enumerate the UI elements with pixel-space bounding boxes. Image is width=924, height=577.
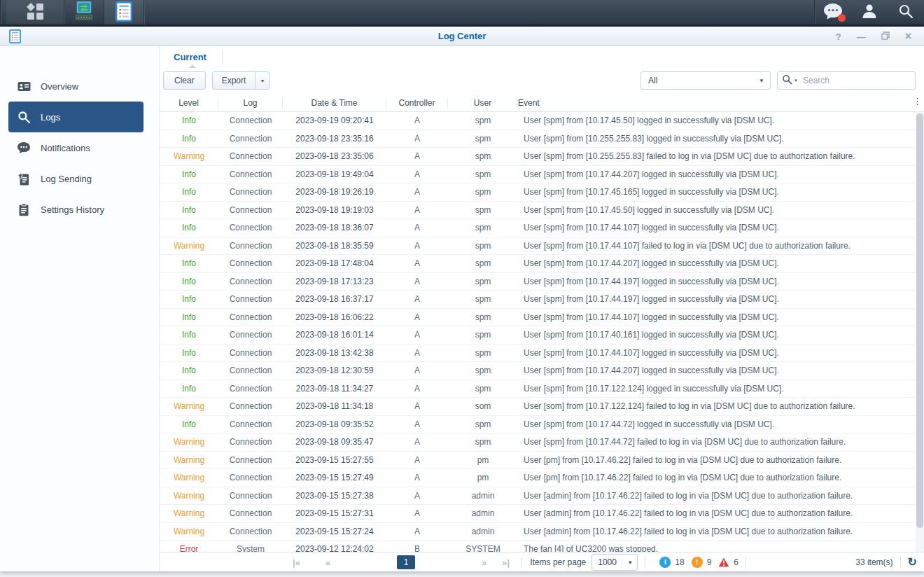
table-row[interactable]: WarningConnection2023-09-15 15:27:38Aadm… xyxy=(160,487,924,506)
controller-cell: A xyxy=(386,312,448,322)
event-cell: User [spm] from [10.255.255.83] failed t… xyxy=(518,151,916,161)
table-row[interactable]: InfoConnection2023-09-19 09:20:41AspmUse… xyxy=(160,112,924,130)
log-cell: Connection xyxy=(218,277,283,286)
table-row[interactable]: InfoConnection2023-09-18 12:30:59AspmUse… xyxy=(160,362,924,380)
table-row[interactable]: InfoConnection2023-09-18 16:37:17AspmUse… xyxy=(160,291,924,309)
scrollbar-thumb[interactable] xyxy=(916,113,923,528)
table-row[interactable]: InfoConnection2023-09-18 11:34:27AspmUse… xyxy=(160,380,924,398)
table-row[interactable]: InfoConnection2023-09-18 17:13:23AspmUse… xyxy=(160,273,924,291)
log-center-mini-icon[interactable] xyxy=(9,29,21,46)
column-options-icon[interactable]: ⋮ xyxy=(913,97,922,106)
sidebar-item-notifications[interactable]: Notifications xyxy=(0,132,159,163)
controller-cell: A xyxy=(386,241,448,251)
table-row[interactable]: WarningConnection2023-09-15 15:27:49ApmU… xyxy=(160,469,924,487)
pagination-bar: |« « 1 » »| Items per page 1000 ▼ i xyxy=(160,552,924,571)
log-cell: Connection xyxy=(218,527,283,536)
sidebar-item-overview[interactable]: Overview xyxy=(0,71,159,102)
level-cell: Warning xyxy=(160,455,218,465)
column-header-controller[interactable]: Controller xyxy=(386,97,448,109)
table-row[interactable]: WarningConnection2023-09-18 09:35:47Aspm… xyxy=(160,433,924,452)
datetime-cell: 2023-09-18 18:35:59 xyxy=(283,241,386,251)
prev-page-button[interactable]: « xyxy=(326,557,330,568)
active-tab-notch xyxy=(189,64,196,68)
table-row[interactable]: InfoConnection2023-09-18 19:49:04AspmUse… xyxy=(160,166,924,184)
main-menu-button[interactable] xyxy=(6,0,64,25)
table-row[interactable]: InfoConnection2023-09-18 19:26:19AspmUse… xyxy=(160,183,924,202)
next-page-button[interactable]: » xyxy=(482,557,486,568)
close-button[interactable]: × xyxy=(905,31,911,42)
controller-cell: A xyxy=(386,294,448,304)
table-row[interactable]: InfoConnection2023-09-18 16:01:14AspmUse… xyxy=(160,326,924,345)
datetime-cell: 2023-09-18 17:13:23 xyxy=(283,277,386,286)
chevron-down-icon: ▼ xyxy=(622,559,633,566)
user-cell: spm xyxy=(448,169,518,179)
clear-button[interactable]: Clear xyxy=(163,71,206,90)
export-button-label: Export xyxy=(213,72,255,89)
level-cell: Info xyxy=(160,205,218,215)
column-header-level[interactable]: Level xyxy=(160,97,218,109)
last-page-button[interactable]: »| xyxy=(502,557,510,568)
table-row[interactable]: InfoConnection2023-09-18 23:35:16AspmUse… xyxy=(160,130,924,148)
taskbar-app-uc-device-button[interactable] xyxy=(64,0,104,25)
table-row[interactable]: InfoConnection2023-09-18 13:42:38AspmUse… xyxy=(160,345,924,363)
table-row[interactable]: WarningConnection2023-09-18 11:34:18Asom… xyxy=(160,398,924,416)
level-cell: Info xyxy=(160,223,218,232)
refresh-button[interactable]: ↻ xyxy=(908,557,917,568)
taskbar-app-log-center-button[interactable] xyxy=(104,0,144,25)
sidebar-item-log-sending[interactable]: Log Sending xyxy=(0,163,159,194)
table-row[interactable]: InfoConnection2023-09-18 19:19:03AspmUse… xyxy=(160,202,924,220)
vertical-scrollbar[interactable] xyxy=(916,112,924,552)
level-cell: Info xyxy=(160,366,218,375)
sidebar-item-logs[interactable]: Logs xyxy=(8,102,144,132)
first-page-button[interactable]: |« xyxy=(293,557,300,568)
event-cell: User [spm] from [10.17.45.165] logged in… xyxy=(518,187,916,197)
user-cell: spm xyxy=(448,384,518,394)
sidebar: OverviewLogsNotificationsLog SendingSett… xyxy=(0,46,160,571)
system-notifications-button[interactable] xyxy=(815,0,851,25)
current-page-button[interactable]: 1 xyxy=(397,555,415,569)
document-upload-icon xyxy=(17,172,31,186)
log-type-filter-select[interactable]: All ▼ xyxy=(640,71,771,90)
controller-cell: A xyxy=(386,134,448,144)
user-cell: spm xyxy=(448,366,518,375)
restore-window-button[interactable] xyxy=(881,32,890,41)
table-row[interactable]: InfoConnection2023-09-18 16:06:22AspmUse… xyxy=(160,309,924,327)
table-row[interactable]: WarningConnection2023-09-15 15:27:55ApmU… xyxy=(160,452,924,470)
log-cell: Connection xyxy=(218,455,283,465)
table-row[interactable]: InfoConnection2023-09-18 09:35:52AspmUse… xyxy=(160,416,924,434)
footer-separator xyxy=(645,557,645,568)
column-header-log[interactable]: Log xyxy=(218,97,283,109)
datetime-cell: 2023-09-18 11:34:18 xyxy=(283,401,386,411)
column-header-date-time[interactable]: Date & Time xyxy=(283,97,386,109)
search-options-arrow[interactable]: ▼ xyxy=(794,78,798,83)
controller-cell: A xyxy=(386,348,448,358)
log-cell: Connection xyxy=(218,312,283,322)
log-cell: Connection xyxy=(218,401,283,411)
controller-cell: A xyxy=(386,151,448,161)
items-per-page-select[interactable]: 1000 ▼ xyxy=(592,554,638,571)
table-row[interactable]: WarningConnection2023-09-15 15:27:31Aadm… xyxy=(160,505,924,523)
user-menu-button[interactable] xyxy=(851,0,888,25)
user-cell: spm xyxy=(448,223,518,232)
column-header-user[interactable]: User xyxy=(448,97,518,109)
datetime-cell: 2023-09-12 12:24:02 xyxy=(283,544,386,552)
table-row[interactable]: InfoConnection2023-09-18 17:48:04AspmUse… xyxy=(160,255,924,273)
global-search-button[interactable] xyxy=(888,0,924,25)
event-cell: User [spm] from [10.17.44.72] logged in … xyxy=(518,419,916,429)
export-dropdown-arrow[interactable]: ▼ xyxy=(255,72,269,89)
table-row[interactable]: WarningConnection2023-09-18 23:35:06Aspm… xyxy=(160,148,924,166)
help-button[interactable]: ? xyxy=(836,32,841,41)
table-row[interactable]: WarningConnection2023-09-15 15:27:24Aadm… xyxy=(160,523,924,541)
table-row[interactable]: InfoConnection2023-09-18 18:36:07AspmUse… xyxy=(160,219,924,237)
tab-current[interactable]: Current xyxy=(174,46,222,67)
minimize-button[interactable]: — xyxy=(857,32,866,41)
sidebar-item-settings-history[interactable]: Settings History xyxy=(0,194,159,225)
window-titlebar[interactable]: Log Center ? — × xyxy=(0,27,924,46)
table-row[interactable]: WarningConnection2023-09-18 18:35:59Aspm… xyxy=(160,237,924,256)
search-input[interactable] xyxy=(799,76,911,85)
table-row[interactable]: ErrorSystem2023-09-12 12:24:02BSYSTEMThe… xyxy=(160,541,924,552)
export-button[interactable]: Export ▼ xyxy=(212,71,270,90)
column-header-event[interactable]: Event xyxy=(518,97,540,109)
datetime-cell: 2023-09-18 19:19:03 xyxy=(283,205,386,215)
controller-cell: A xyxy=(386,437,448,447)
